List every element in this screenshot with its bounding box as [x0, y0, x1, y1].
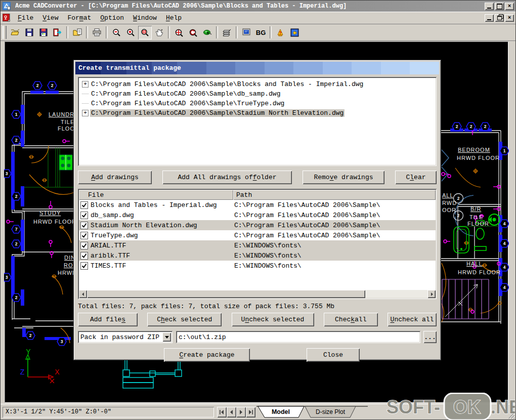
save-as-button[interactable]: [36, 26, 50, 39]
table-row[interactable]: db_samp.dwgC:\Program Files\AutoCAD 2006…: [79, 210, 436, 220]
zoom-in-button[interactable]: [124, 26, 138, 39]
combo-dropdown-button[interactable]: [162, 332, 171, 342]
file-path-cell[interactable]: C:\Program Files\AutoCAD 2006\Sample\: [234, 212, 436, 219]
background-button[interactable]: [240, 26, 253, 39]
zoom-extents-button[interactable]: [172, 26, 186, 39]
tree-item-label[interactable]: C:\Program Files\AutoCAD 2006\Sample\db_…: [90, 90, 281, 98]
menu-item-help[interactable]: Help: [161, 13, 186, 23]
print-button[interactable]: [90, 26, 104, 39]
dialog-title-bar[interactable]: Create transmittal package: [75, 62, 439, 74]
child-minimize-button[interactable]: [485, 14, 494, 22]
file-name-cell[interactable]: TrueType.dwg: [91, 232, 234, 239]
layers-button[interactable]: [220, 26, 234, 39]
file-name-cell[interactable]: Blocks and Tables - Imperial.dwg: [91, 201, 234, 209]
file-name-cell[interactable]: Stadium North Elevation.dwg: [91, 222, 234, 229]
scroll-right-button[interactable]: [427, 290, 436, 298]
scroll-left-button[interactable]: [79, 290, 87, 298]
tree-item[interactable]: +C:\Program Files\AutoCAD 2006\Sample\St…: [79, 108, 436, 118]
checkbox-checked[interactable]: [80, 262, 88, 270]
tree-item[interactable]: C:\Program Files\AutoCAD 2006\Sample\db_…: [79, 89, 436, 99]
menu-item-format[interactable]: Format: [63, 13, 96, 23]
checkbox-checked[interactable]: [80, 242, 88, 249]
close-button[interactable]: ×: [505, 3, 514, 10]
open-file-button[interactable]: [8, 26, 22, 39]
help-button[interactable]: ?: [274, 26, 287, 39]
tree-item-label[interactable]: C:\Program Files\AutoCAD 2006\Sample\Tru…: [90, 100, 285, 107]
tab-model-label[interactable]: Model: [272, 408, 290, 415]
output-path-input[interactable]: [176, 331, 420, 343]
restore-icon: [497, 16, 502, 20]
table-row[interactable]: TIMES.TTFE:\WINDOWS\fonts\: [79, 261, 436, 271]
first-sheet-button[interactable]: [217, 407, 227, 417]
checkbox-checked[interactable]: [80, 252, 88, 260]
clear-button[interactable]: Clear: [395, 171, 437, 184]
file-name-cell[interactable]: ARIAL.TTF: [91, 242, 234, 249]
zoom-out-button[interactable]: [110, 26, 123, 39]
view-eye-button[interactable]: [200, 26, 214, 39]
about-button[interactable]: [288, 26, 302, 39]
tree-expander-icon[interactable]: +: [82, 81, 89, 88]
add-files-button[interactable]: Add files: [78, 313, 138, 326]
file-name-cell[interactable]: ariblk.TTF: [91, 252, 234, 260]
uncheck-all-button[interactable]: Uncheck all: [388, 313, 437, 326]
tab-d-size-plot-label[interactable]: D-size Plot: [316, 408, 346, 415]
remove-drawings-button[interactable]: Remove drawings: [303, 171, 384, 184]
pack-type-combobox[interactable]: Pack in password ZIP: [78, 331, 173, 343]
table-row[interactable]: Stadium North Elevation.dwgC:\Program Fi…: [79, 220, 436, 230]
file-name-cell[interactable]: db_samp.dwg: [91, 212, 234, 219]
bg-color-button[interactable]: BG: [254, 26, 268, 39]
tree-item[interactable]: +C:\Program Files\AutoCAD 2006\Sample\Bl…: [79, 79, 436, 89]
pan-button[interactable]: [152, 26, 166, 39]
tree-expander-icon[interactable]: +: [82, 110, 89, 116]
file-path-cell[interactable]: C:\Program Files\AutoCAD 2006\Sample\: [234, 232, 436, 239]
maximize-button[interactable]: [495, 3, 504, 10]
check-selected-button[interactable]: Check selected: [147, 313, 222, 326]
table-row[interactable]: Blocks and Tables - Imperial.dwgC:\Progr…: [79, 200, 436, 210]
tree-item-label[interactable]: C:\Program Files\AutoCAD 2006\Sample\Sta…: [90, 109, 345, 117]
resize-grip[interactable]: [507, 411, 515, 419]
minimize-button[interactable]: [485, 3, 494, 10]
last-sheet-button[interactable]: [246, 407, 255, 417]
scrollbar-thumb[interactable]: [87, 290, 365, 298]
file-path-cell[interactable]: C:\Program Files\AutoCAD 2006\Sample\: [234, 201, 436, 209]
menu-item-view[interactable]: View: [38, 13, 63, 23]
browse-button[interactable]: ...: [423, 331, 437, 343]
export-button[interactable]: [51, 26, 64, 39]
file-path-cell[interactable]: C:\Program Files\AutoCAD 2006\Sample\: [234, 222, 436, 229]
column-header-path[interactable]: Path: [233, 190, 436, 200]
file-path-cell[interactable]: E:\WINDOWS\fonts\: [234, 252, 436, 260]
file-path-cell[interactable]: E:\WINDOWS\fonts\: [234, 242, 436, 249]
table-row[interactable]: ARIAL.TTFE:\WINDOWS\fonts\: [79, 240, 436, 250]
previous-sheet-button[interactable]: [227, 407, 236, 417]
checkbox-checked[interactable]: [80, 222, 88, 229]
uncheck-selected-button[interactable]: Uncheck selected: [232, 313, 314, 326]
table-row[interactable]: TrueType.dwgC:\Program Files\AutoCAD 200…: [79, 230, 436, 240]
tree-item[interactable]: C:\Program Files\AutoCAD 2006\Sample\Tru…: [79, 99, 436, 108]
file-name-cell[interactable]: TIMES.TTF: [91, 262, 234, 270]
zoom-previous-button[interactable]: [186, 26, 200, 39]
menu-item-file[interactable]: File: [13, 13, 38, 23]
tree-item-label[interactable]: C:\Program Files\AutoCAD 2006\Sample\Blo…: [90, 80, 364, 88]
zoom-window-button[interactable]: [138, 26, 152, 39]
file-path-cell[interactable]: E:\WINDOWS\fonts\: [234, 262, 436, 270]
child-close-button[interactable]: ×: [505, 14, 514, 22]
checkbox-checked[interactable]: [80, 232, 88, 239]
close-dialog-button[interactable]: Close: [307, 348, 360, 362]
scrollbar-track[interactable]: [365, 290, 427, 298]
batch-convert-button[interactable]: [70, 26, 84, 39]
checkbox-checked[interactable]: [80, 212, 88, 219]
menu-item-window[interactable]: Window: [128, 13, 161, 23]
add-all-drawings-of-folder-button[interactable]: Add All drawings of folder: [162, 171, 292, 184]
child-restore-button[interactable]: [495, 14, 504, 22]
create-package-button[interactable]: Create package: [164, 348, 250, 362]
check-icon: [81, 213, 87, 218]
next-sheet-button[interactable]: [236, 407, 246, 417]
column-header-file[interactable]: File: [79, 190, 233, 200]
horizontal-scrollbar[interactable]: [79, 290, 436, 298]
add-drawings-button[interactable]: Add drawings: [78, 171, 152, 184]
checkbox-checked[interactable]: [80, 201, 88, 209]
table-row[interactable]: ariblk.TTFE:\WINDOWS\fonts\: [79, 250, 436, 261]
menu-item-option[interactable]: Option: [96, 13, 128, 23]
check-all-button[interactable]: Check all: [324, 313, 378, 326]
save-button[interactable]: [22, 26, 36, 39]
